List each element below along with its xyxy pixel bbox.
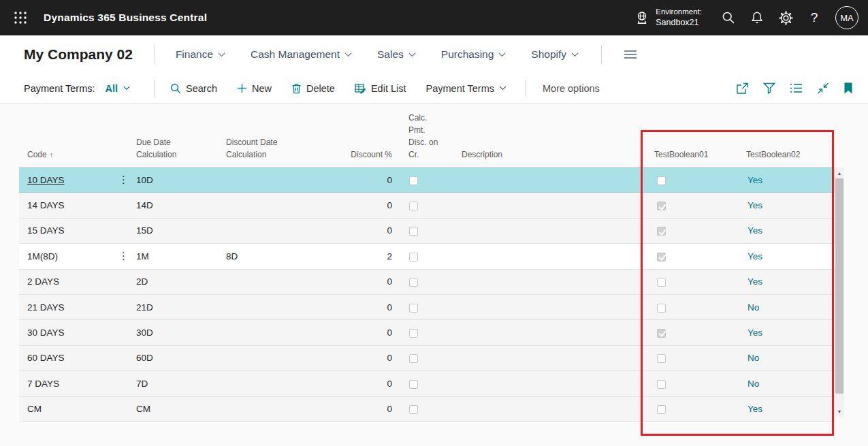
cell-testboolean01[interactable] xyxy=(639,175,730,185)
cell-code[interactable]: 21 DAYS xyxy=(19,302,114,313)
cell-testboolean02[interactable]: Yes xyxy=(730,200,835,210)
notifications-button[interactable] xyxy=(743,3,771,32)
edit-list-button[interactable]: Edit List xyxy=(355,83,406,94)
cell-due-date-calculation[interactable]: 7D xyxy=(133,379,225,389)
cell-discount-percent[interactable]: 0 xyxy=(317,404,393,414)
cell-due-date-calculation[interactable]: 14D xyxy=(133,200,225,210)
nav-item-purchasing[interactable]: Purchasing xyxy=(441,48,507,61)
calc-pmt-disc-checkbox[interactable] xyxy=(409,380,418,389)
calc-pmt-disc-checkbox[interactable] xyxy=(409,253,418,261)
cell-due-date-calculation[interactable]: 21D xyxy=(133,302,225,313)
more-options-button[interactable]: More options xyxy=(543,83,600,94)
table-row[interactable]: 60 DAYS ⋮ 60D 0 No xyxy=(19,346,835,371)
column-header-testboolean01[interactable]: TestBoolean01 xyxy=(639,148,730,167)
cell-discount-percent[interactable]: 0 xyxy=(317,302,393,313)
cell-testboolean01[interactable] xyxy=(639,251,730,261)
cell-code[interactable]: 15 DAYS xyxy=(19,225,114,236)
cell-calc-pmt-disc-on-cr[interactable] xyxy=(393,251,448,261)
settings-button[interactable] xyxy=(771,3,800,32)
calc-pmt-disc-checkbox[interactable] xyxy=(409,354,418,363)
cell-testboolean01[interactable] xyxy=(639,379,730,389)
new-button[interactable]: New xyxy=(237,83,272,94)
code-link[interactable]: 21 DAYS xyxy=(27,302,65,313)
cell-calc-pmt-disc-on-cr[interactable] xyxy=(393,302,448,313)
code-link[interactable]: CM xyxy=(27,404,42,414)
testboolean01-checkbox[interactable] xyxy=(657,405,666,414)
cell-discount-percent[interactable]: 0 xyxy=(317,379,393,389)
calc-pmt-disc-checkbox[interactable] xyxy=(409,227,418,236)
code-link[interactable]: 14 DAYS xyxy=(27,200,65,210)
table-row[interactable]: 10 DAYS ⋮ 10D 0 Yes xyxy=(19,168,835,193)
cell-testboolean01[interactable] xyxy=(639,353,730,363)
cell-code[interactable]: 10 DAYS xyxy=(19,175,114,185)
testboolean01-checkbox[interactable] xyxy=(657,253,666,261)
cell-testboolean02[interactable]: Yes xyxy=(730,276,835,287)
column-header-due-date-calculation[interactable]: Due Date Calculation xyxy=(133,136,225,167)
table-row[interactable]: 7 DAYS ⋮ 7D 0 No xyxy=(19,371,835,396)
company-name[interactable]: My Company 02 xyxy=(24,46,133,63)
cell-due-date-calculation[interactable]: 2D xyxy=(133,276,225,287)
cell-due-date-calculation[interactable]: 1M xyxy=(133,251,225,261)
cell-testboolean01[interactable] xyxy=(639,276,730,287)
row-menu-button[interactable]: ⋮ xyxy=(114,251,133,261)
calc-pmt-disc-checkbox[interactable] xyxy=(409,176,418,185)
code-link[interactable]: 10 DAYS xyxy=(27,175,65,185)
cell-due-date-calculation[interactable]: CM xyxy=(133,404,225,414)
cell-due-date-calculation[interactable]: 15D xyxy=(133,225,225,236)
delete-button[interactable]: Delete xyxy=(291,83,335,94)
cell-code[interactable]: 1M(8D) xyxy=(19,251,114,261)
collapse-view-button[interactable] xyxy=(817,82,829,94)
cell-code[interactable]: 14 DAYS xyxy=(19,200,114,210)
vertical-scrollbar[interactable]: ▲ ▼ xyxy=(835,168,844,417)
testboolean01-checkbox[interactable] xyxy=(657,354,666,363)
column-header-calc-pmt-disc-on-cr[interactable]: Calc. Pmt. Disc. on Cr. xyxy=(393,112,448,167)
cell-testboolean02[interactable]: Yes xyxy=(730,251,835,261)
view-filter-dropdown[interactable]: All xyxy=(106,83,131,94)
cell-calc-pmt-disc-on-cr[interactable] xyxy=(393,353,448,363)
table-row[interactable]: 15 DAYS ⋮ 15D 0 Yes xyxy=(19,219,835,244)
code-link[interactable]: 2 DAYS xyxy=(27,276,59,287)
table-row[interactable]: CM ⋮ CM 0 Yes xyxy=(19,397,835,422)
cell-code[interactable]: 7 DAYS xyxy=(19,379,114,389)
cell-calc-pmt-disc-on-cr[interactable] xyxy=(393,175,448,185)
table-row[interactable]: 14 DAYS ⋮ 14D 0 Yes xyxy=(19,193,835,218)
cell-calc-pmt-disc-on-cr[interactable] xyxy=(393,200,448,210)
cell-discount-date-calculation[interactable]: 8D xyxy=(225,251,317,261)
cell-discount-percent[interactable]: 0 xyxy=(317,200,393,210)
scroll-down-arrow[interactable]: ▼ xyxy=(835,407,844,416)
code-link[interactable]: 60 DAYS xyxy=(27,353,65,363)
column-header-discount-date-calculation[interactable]: Discount Date Calculation xyxy=(225,136,317,167)
cell-testboolean01[interactable] xyxy=(639,200,730,210)
cell-testboolean02[interactable]: Yes xyxy=(730,175,835,185)
table-row[interactable]: 30 DAYS ⋮ 30D 0 Yes xyxy=(19,320,835,345)
code-link[interactable]: 15 DAYS xyxy=(27,225,65,236)
calc-pmt-disc-checkbox[interactable] xyxy=(409,329,418,338)
cell-code[interactable]: CM xyxy=(19,404,114,414)
code-link[interactable]: 7 DAYS xyxy=(27,379,59,389)
bookmark-button[interactable] xyxy=(843,82,853,94)
cell-discount-percent[interactable]: 0 xyxy=(317,225,393,236)
cell-calc-pmt-disc-on-cr[interactable] xyxy=(393,379,448,389)
scroll-up-arrow[interactable]: ▲ xyxy=(835,168,844,178)
list-view-button[interactable] xyxy=(790,83,803,93)
testboolean01-checkbox[interactable] xyxy=(657,329,666,338)
calc-pmt-disc-checkbox[interactable] xyxy=(409,304,418,313)
cell-calc-pmt-disc-on-cr[interactable] xyxy=(393,276,448,287)
cell-discount-percent[interactable]: 0 xyxy=(317,353,393,363)
help-button[interactable]: ? xyxy=(800,3,829,32)
cell-discount-percent[interactable]: 0 xyxy=(317,175,393,185)
cell-discount-percent[interactable]: 0 xyxy=(317,328,393,338)
cell-calc-pmt-disc-on-cr[interactable] xyxy=(393,225,448,236)
column-header-code[interactable]: Code↑ xyxy=(19,148,114,167)
code-link[interactable]: 1M(8D) xyxy=(27,251,58,261)
column-header-discount-percent[interactable]: Discount % xyxy=(317,148,393,167)
table-row[interactable]: 21 DAYS ⋮ 21D 0 No xyxy=(19,295,835,320)
cell-testboolean02[interactable]: Yes xyxy=(730,328,835,338)
search-button[interactable] xyxy=(714,3,743,32)
share-button[interactable] xyxy=(735,82,749,95)
testboolean01-checkbox[interactable] xyxy=(657,278,666,287)
search-list-button[interactable]: Search xyxy=(170,83,217,94)
testboolean01-checkbox[interactable] xyxy=(657,202,666,210)
cell-discount-percent[interactable]: 2 xyxy=(317,251,393,261)
testboolean01-checkbox[interactable] xyxy=(657,304,666,313)
